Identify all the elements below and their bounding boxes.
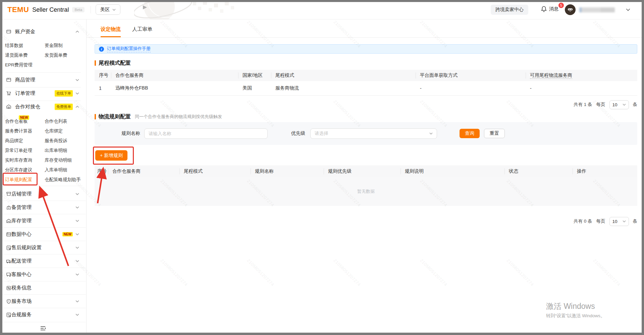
section-label: 合规服务: [11, 312, 32, 318]
chevron-down-icon: [429, 132, 433, 134]
sidebar-section-stock-prep[interactable]: 备货管理: [0, 201, 86, 214]
sidebar-section-service-market[interactable]: 服务市场: [0, 294, 86, 308]
account-funds-items: 结算数据 资金限制 退货面单费 发货面单费 EPR费用管理: [0, 41, 86, 70]
search-button[interactable]: 查询: [460, 129, 480, 138]
col-priority: 规则优先级: [324, 168, 400, 174]
page-size-value: 10: [612, 219, 618, 224]
section-label: 服务市场: [11, 298, 32, 304]
per-page-label: 每页: [596, 218, 605, 224]
sidebar-item-inbound-detail[interactable]: 入库单明细: [45, 165, 86, 175]
section-label: 售后规则设置: [11, 244, 42, 251]
messages-button[interactable]: 消息 5: [541, 6, 558, 12]
sidebar-item-fund-limits[interactable]: 资金限制: [45, 41, 86, 50]
page-size-select[interactable]: 10: [609, 100, 629, 109]
cell-label-method: -: [416, 86, 526, 91]
section-subtitle: 同一个合作仓服务商的物流规则按优先级触发: [135, 114, 222, 120]
sidebar-section-shop-management[interactable]: 店铺管理: [0, 187, 86, 201]
chevron-down-icon: [75, 79, 79, 81]
sidebar-item-outbound-detail[interactable]: 出库单明细: [45, 146, 86, 155]
tooltip-header[interactable]: 可用尾程物流服务商: [530, 72, 572, 79]
truck-icon: [6, 259, 11, 264]
cell-provider: 迅蜂海外仓FBB: [111, 85, 238, 91]
chevron-down-icon: [75, 92, 79, 95]
sidebar-section-data-center[interactable]: 数据中心 NEW: [0, 227, 86, 241]
info-icon: i: [99, 47, 104, 52]
region-selector[interactable]: 美区: [96, 4, 120, 15]
inventory-icon: [6, 218, 11, 224]
chevron-up-icon: [75, 106, 79, 108]
sidebar-section-tax-info[interactable]: 税务信息: [0, 281, 86, 294]
sidebar-section-inventory-management[interactable]: 库存管理: [0, 214, 86, 227]
sidebar-item-coop-list[interactable]: 合作仓列表: [45, 116, 86, 126]
messages-label: 消息: [549, 6, 558, 12]
sidebar-item-fee-calculator[interactable]: 服务费计算器: [5, 126, 45, 136]
box-icon: [6, 77, 11, 82]
username-blurred[interactable]: [579, 7, 615, 12]
col-mode: 尾程模式: [271, 72, 416, 78]
col-description: 规则说明: [400, 168, 504, 174]
coop-warehouse-items: 合作仓看板 合作仓列表 服务费计算器 仓库绑定 商品绑定 服务商投诉 异常订单处…: [0, 116, 86, 184]
sidebar-item-settlement-data[interactable]: 结算数据: [5, 41, 45, 50]
rule-name-input[interactable]: [144, 128, 268, 139]
sidebar-item-shipping-label-fee[interactable]: 发货面单费: [45, 50, 86, 60]
sidebar-item-order-rule-config[interactable]: 订单规则配置: [5, 175, 45, 184]
divider: [5, 101, 81, 101]
chevron-down-icon: [75, 246, 79, 249]
tab-manual-review[interactable]: 人工审单: [132, 26, 152, 37]
sidebar-item-epr-fee[interactable]: EPR费用管理: [5, 60, 45, 70]
tab-set-logistics[interactable]: 设定物流: [101, 26, 121, 37]
chevron-down-icon: [75, 193, 79, 195]
sidebar-item-warehouse-strategy-assistant[interactable]: 仓配策略规划助手: [45, 175, 86, 184]
cell-country: 美国: [238, 85, 271, 91]
free-push-badge: 免费推单: [55, 104, 73, 110]
sidebar-section-coop-warehouse[interactable]: 合作对接仓 免费推单: [0, 101, 86, 112]
region-label: 美区: [100, 7, 110, 13]
unit-label: 条: [633, 102, 638, 108]
sidebar-section-product-management[interactable]: 商品管理: [0, 74, 86, 85]
sidebar-section-account-funds[interactable]: 账户资金: [0, 26, 86, 37]
cell-index: 1: [95, 86, 111, 91]
total-count: 共有 0 条: [574, 218, 592, 224]
chevron-down-icon: [75, 206, 79, 209]
tab-bar: 设定物流 人工审单: [87, 19, 644, 38]
table-row: 1 迅蜂海外仓FBB 美国 服务商物流 - -: [95, 81, 637, 96]
temu-logo: TEMU: [7, 5, 29, 14]
col-provider: 合作仓服务商: [111, 72, 238, 78]
sidebar-item-inventory-changes[interactable]: 库存变动明细: [45, 155, 86, 165]
page-size-select[interactable]: 10: [609, 217, 629, 226]
account-chevron-down-icon[interactable]: [626, 8, 630, 11]
col-rule-name: 规则名称: [251, 168, 324, 174]
per-page-label: 每页: [596, 102, 605, 108]
section-label: 合作对接仓: [15, 104, 40, 110]
sidebar-item-warehouse-binding[interactable]: 仓库绑定: [45, 126, 86, 136]
header-divider: [91, 6, 91, 13]
new-badge: NEW: [62, 232, 73, 236]
section-title-text: 物流规则配置: [99, 113, 131, 120]
sidebar-section-customer-service[interactable]: 客服中心: [0, 268, 86, 281]
manual-link[interactable]: 订单规则配置操作手册: [107, 46, 151, 52]
cross-border-seller-center-button[interactable]: 跨境卖家中心: [491, 5, 528, 15]
sidebar-section-delivery-management[interactable]: 配送管理: [0, 254, 86, 268]
chevron-down-icon: [75, 314, 79, 316]
sidebar-item-abnormal-orders[interactable]: 异常订单处理: [5, 146, 45, 155]
sidebar-item-realtime-inventory[interactable]: 实时库存查询: [5, 155, 45, 165]
sidebar-item-provider-complaint[interactable]: 服务商投诉: [45, 136, 86, 146]
unit-label: 条: [633, 218, 638, 224]
sidebar-section-order-management[interactable]: 订单管理 在线下单: [0, 88, 86, 99]
reset-button[interactable]: 重置: [484, 129, 505, 138]
chevron-up-icon: [75, 31, 79, 33]
section-label: 配送管理: [11, 258, 32, 264]
priority-select[interactable]: 请选择: [310, 128, 437, 139]
add-rule-button[interactable]: + 新增规则: [95, 150, 127, 161]
sidebar-section-aftersale-rules[interactable]: 售后规则设置: [0, 241, 86, 254]
sidebar-item-zone-inventory-advice[interactable]: 分区库存建议: [5, 165, 45, 175]
sidebar-item-return-label-fee[interactable]: 退货面单费: [5, 50, 45, 60]
col-country: 国家/地区: [238, 72, 271, 78]
content-area: i 订单规则配置操作手册 尾程模式配置 序号 合作仓服务商 国家/地区 尾程模式…: [87, 38, 644, 335]
sidebar-section-compliance-service[interactable]: 合规服务: [0, 308, 86, 321]
sidebar-item-product-binding[interactable]: 商品绑定: [5, 136, 45, 146]
chevron-down-icon: [75, 220, 79, 222]
sidebar-collapse-button[interactable]: [0, 322, 86, 334]
avatar[interactable]: [565, 4, 576, 15]
col-label-method: 平台面单获取方式: [416, 72, 526, 78]
